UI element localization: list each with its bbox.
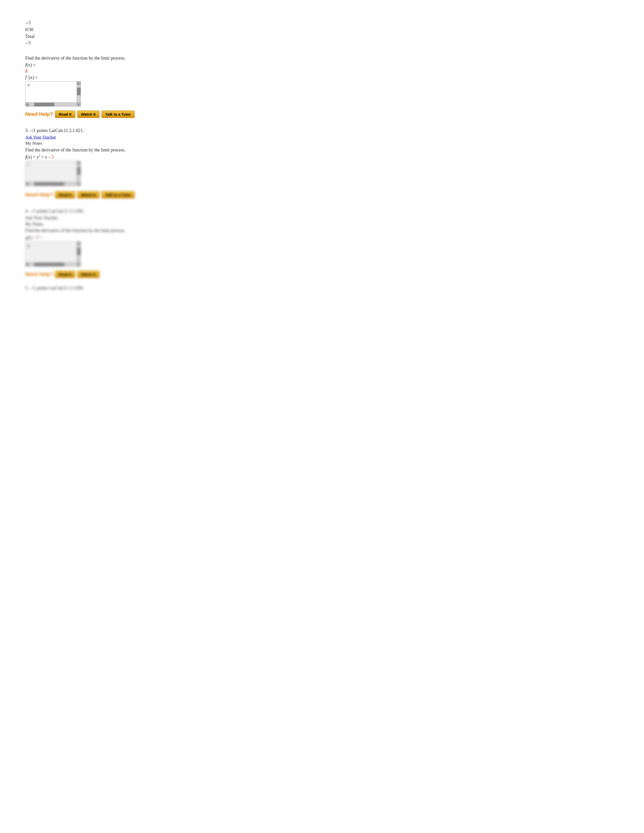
q4-ask-teacher: Ask Your Teacher — [25, 215, 619, 220]
q4-watch-it-button: Watch It — [77, 270, 100, 278]
q2-instruction: Find the derivative of the function by t… — [25, 56, 619, 61]
q3-scroll-thumb-h — [34, 182, 64, 186]
q4-read-it-button: Read It — [55, 270, 75, 278]
q4-scroll-left: ◄ — [26, 263, 29, 266]
q2-fx-label-rest: (x) = — [27, 62, 35, 68]
question-2-section: Find the derivative of the function by t… — [25, 56, 619, 118]
q4-scrollbar-v: ▲ ▼ — [77, 241, 80, 266]
q4-scroll-track — [77, 245, 80, 263]
q5-header: 5. –/1 points LarCalc11 2.1.050. — [25, 286, 619, 291]
q4-instruction: Find the derivative of the function by t… — [25, 228, 619, 233]
q2-scroll-track-h — [29, 103, 77, 106]
q4-scroll-up: ▲ — [77, 241, 80, 245]
q4-scroll-thumb-h — [34, 263, 64, 266]
q2-scroll-up[interactable]: ▲ — [77, 82, 80, 85]
q2-need-help-row: Need Help? Read It Watch It Talk to a Tu… — [25, 111, 619, 118]
q3-number: 3. — [25, 128, 29, 133]
q3-my-notes[interactable]: My Notes — [25, 141, 619, 146]
q2-scroll-down[interactable]: ▼ — [77, 103, 80, 106]
q2-fx-value: 8 — [25, 69, 619, 74]
q3-scroll-thumb — [77, 167, 80, 175]
question-4-section: 4. –/1 points LarCalc11 2.1.050. Ask You… — [25, 209, 619, 278]
q4-scrollbar-h: ◄ ► — [26, 262, 80, 266]
q2-read-it-button[interactable]: Read It — [55, 111, 75, 118]
q3-scroll-track — [77, 165, 80, 182]
q2-fx-label: f(x) = — [25, 62, 619, 68]
q4-scroll-down: ▼ — [77, 263, 80, 266]
q3-read-it-button: Read It — [55, 191, 75, 198]
q3-scroll-up: ▲ — [77, 161, 80, 165]
q3-answer-inner: f — [26, 161, 80, 182]
q3-scroll-down: ▼ — [77, 182, 80, 186]
q3-answer-box: f ▲ ▼ ◄ ► — [25, 161, 81, 186]
q3-scrollbar-h: ◄ ► — [26, 182, 80, 186]
score-2: 0/30 — [25, 27, 619, 32]
q2-scroll-left[interactable]: ◄ — [26, 103, 29, 106]
q3-blurred-answer: f ▲ ▼ ◄ ► — [25, 161, 619, 186]
q2-answer-value: 0 — [27, 83, 29, 88]
q2-answer-box[interactable]: 0 ▲ ▼ ◄ ► — [25, 81, 81, 106]
total-label: Total — [25, 34, 619, 39]
q2-scroll-thumb-v[interactable] — [77, 88, 80, 95]
q3-course: LarCalc11 2.1.021. — [49, 128, 84, 133]
q2-scrollbar-horizontal[interactable]: ◄ ► — [26, 102, 80, 106]
q3-scroll-track-h — [29, 182, 77, 186]
q2-answer-inner: 0 — [26, 82, 80, 102]
q4-my-notes: My Notes — [25, 222, 619, 227]
question-3-section: 3. –/1 points LarCalc11 2.1.021. Ask You… — [25, 128, 619, 198]
q3-points: –/1 points — [30, 128, 48, 133]
q5-number: 5. –/1 points LarCalc11 2.1.050. — [25, 286, 84, 291]
total-score: –/1 — [25, 40, 619, 45]
q3-need-help-row: Need Help? Read It Watch It Talk to a Tu… — [25, 191, 619, 198]
q3-red-value: 5 — [52, 154, 54, 159]
q2-watch-it-button[interactable]: Watch It — [77, 111, 100, 118]
q3-ask-teacher[interactable]: Ask Your Teacher — [25, 135, 619, 140]
q4-number: 4. –/1 points LarCalc11 2.1.050. — [25, 209, 84, 214]
score-1: –/1 — [25, 20, 619, 26]
q4-answer-box: g ▲ ▼ ◄ ► — [25, 241, 81, 267]
q4-header: 4. –/1 points LarCalc11 2.1.050. — [25, 209, 619, 214]
q2-scrollbar-vertical[interactable]: ▲ ▼ — [77, 82, 80, 106]
q4-scroll-thumb — [77, 248, 80, 255]
q3-scroll-left: ◄ — [26, 182, 29, 186]
q3-header: 3. –/1 points LarCalc11 2.1.021. — [25, 128, 619, 133]
q3-instruction: Find the derivative of the function by t… — [25, 148, 619, 153]
q4-need-help-label: Need Help? — [25, 271, 53, 277]
q2-scroll-thumb-h[interactable] — [34, 103, 54, 106]
q4-fx: g(t) = t3 + — [25, 235, 619, 240]
q4-answer-inner: g — [26, 241, 80, 262]
q2-scroll-track-v — [77, 85, 80, 103]
q3-scrollbar-v: ▲ ▼ — [77, 161, 80, 186]
q2-need-help-label: Need Help? — [25, 111, 53, 117]
q3-need-help-label: Need Help? — [25, 192, 53, 198]
q2-talk-tutor-button[interactable]: Talk to a Tutor — [101, 111, 135, 118]
q2-fpx-label: f ′(x) = — [25, 75, 619, 80]
q4-need-help-row: Need Help? Read It Watch It — [25, 270, 619, 278]
q2-fpx-label-rest: ′(x) = — [27, 75, 38, 80]
score-section: –/1 0/30 Total –/1 — [25, 20, 619, 45]
q3-watch-it-button: Watch It — [77, 191, 100, 198]
q3-fx-equation: f(x) = x2 + x – 5 — [25, 154, 619, 160]
q3-talk-tutor-button: Talk to a Tutor — [101, 191, 135, 198]
q4-scroll-track-h — [29, 263, 77, 266]
question-5-section: 5. –/1 points LarCalc11 2.1.050. — [25, 286, 619, 291]
